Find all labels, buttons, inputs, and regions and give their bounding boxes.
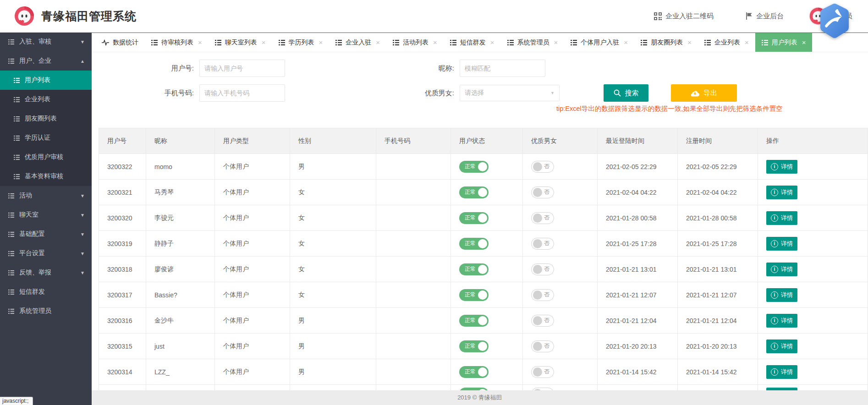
quality-toggle[interactable]: 否 bbox=[531, 289, 554, 301]
sidebar-item[interactable]: 系统管理员 bbox=[0, 301, 92, 321]
close-icon[interactable] bbox=[433, 39, 437, 46]
chevron-icon bbox=[80, 213, 85, 218]
col-actions: 操作 bbox=[758, 128, 868, 154]
detail-button[interactable]: 详情 bbox=[766, 263, 797, 276]
quality-select[interactable]: 请选择 bbox=[460, 85, 560, 101]
quality-toggle[interactable]: 否 bbox=[531, 315, 554, 327]
sidebar-item[interactable]: 基本资料审核 bbox=[0, 167, 92, 186]
tab[interactable]: 用户列表 bbox=[755, 33, 813, 52]
status-toggle[interactable]: 正常 bbox=[459, 340, 489, 352]
sidebar-item[interactable]: 反馈、举报 bbox=[0, 263, 92, 282]
app-window: 青缘福田管理系统 企业入驻二维码 企业后台 管理员 bbox=[0, 0, 868, 405]
tab[interactable]: 聊天室列表 bbox=[209, 33, 272, 52]
close-icon[interactable] bbox=[802, 39, 806, 46]
sidebar-nav: 入驻、审核 用户、企业 bbox=[0, 32, 92, 405]
cell-quality: 否 bbox=[523, 308, 598, 334]
cell-nickname: momo bbox=[146, 154, 215, 180]
sidebar-item[interactable]: 活动 bbox=[0, 186, 92, 205]
close-icon[interactable] bbox=[687, 39, 692, 46]
col-phone: 手机号码 bbox=[376, 128, 451, 154]
nickname-input[interactable] bbox=[460, 60, 545, 77]
table-row: 3200320 李骏元 个体用户 女 正常 否 bbox=[99, 205, 868, 231]
chevron-icon bbox=[80, 251, 85, 256]
quality-toggle[interactable]: 否 bbox=[531, 161, 554, 173]
close-icon[interactable] bbox=[319, 39, 323, 46]
detail-button[interactable]: 详情 bbox=[766, 314, 797, 328]
quality-toggle[interactable]: 否 bbox=[531, 212, 554, 224]
sidebar-item[interactable]: 企业列表 bbox=[0, 90, 92, 109]
sidebar-item-label: 企业列表 bbox=[25, 95, 50, 104]
tab[interactable]: 活动列表 bbox=[386, 33, 444, 52]
quality-toggle-label: 否 bbox=[544, 342, 549, 350]
quality-toggle[interactable]: 否 bbox=[531, 263, 554, 275]
tab[interactable]: 企业列表 bbox=[698, 33, 755, 52]
tab[interactable]: 企业入驻 bbox=[329, 33, 386, 52]
close-icon[interactable] bbox=[745, 39, 749, 46]
detail-button[interactable]: 详情 bbox=[766, 339, 797, 353]
sidebar-item[interactable]: 用户列表 bbox=[0, 71, 92, 90]
cell-actions: 详情 bbox=[758, 257, 868, 282]
detail-button-label: 详情 bbox=[781, 265, 793, 274]
quality-toggle[interactable]: 否 bbox=[531, 186, 554, 198]
export-button[interactable]: 导出 bbox=[671, 84, 737, 102]
phone-input[interactable] bbox=[199, 84, 285, 102]
tab[interactable]: 待审核列表 bbox=[145, 33, 209, 52]
list-icon bbox=[335, 39, 342, 46]
close-icon[interactable] bbox=[376, 39, 380, 46]
status-toggle[interactable]: 正常 bbox=[459, 186, 489, 198]
quality-toggle-label: 否 bbox=[544, 291, 549, 299]
sidebar-item[interactable]: 入驻、审核 bbox=[0, 32, 92, 51]
tab[interactable]: 短信群发 bbox=[444, 33, 501, 52]
sidebar-item[interactable]: 基础配置 bbox=[0, 224, 92, 244]
detail-button[interactable]: 详情 bbox=[766, 160, 797, 174]
list-icon bbox=[279, 39, 285, 46]
close-icon[interactable] bbox=[198, 39, 202, 46]
quality-toggle[interactable]: 否 bbox=[531, 340, 554, 352]
sidebar-item[interactable]: 朋友圈列表 bbox=[0, 109, 92, 128]
sidebar-item[interactable]: 聊天室 bbox=[0, 205, 92, 224]
bird-badge-icon[interactable] bbox=[819, 3, 850, 41]
close-icon[interactable] bbox=[490, 39, 494, 46]
company-backend-link[interactable]: 企业后台 bbox=[746, 12, 784, 21]
status-toggle[interactable]: 正常 bbox=[459, 238, 489, 250]
quality-toggle[interactable]: 否 bbox=[531, 366, 554, 378]
status-toggle[interactable]: 正常 bbox=[459, 315, 489, 327]
detail-button-label: 详情 bbox=[781, 240, 793, 248]
info-icon bbox=[771, 343, 778, 350]
tab[interactable]: 个体用户入驻 bbox=[564, 33, 634, 52]
cell-gender: 男 bbox=[290, 308, 376, 334]
detail-button[interactable]: 详情 bbox=[766, 186, 797, 199]
info-icon bbox=[771, 266, 778, 273]
detail-button[interactable]: 详情 bbox=[766, 288, 797, 302]
sidebar-item[interactable]: 学历认证 bbox=[0, 128, 92, 148]
status-toggle[interactable]: 正常 bbox=[459, 263, 489, 275]
status-toggle[interactable]: 正常 bbox=[459, 366, 489, 378]
cell-actions: 详情 bbox=[758, 308, 868, 334]
company-qrcode-link[interactable]: 企业入驻二维码 bbox=[654, 12, 714, 21]
sidebar-item[interactable]: 短信群发 bbox=[0, 282, 92, 301]
detail-button[interactable]: 详情 bbox=[766, 237, 797, 251]
status-toggle[interactable]: 正常 bbox=[459, 289, 489, 301]
list-icon bbox=[393, 39, 399, 46]
status-toggle[interactable]: 正常 bbox=[459, 212, 489, 224]
search-form: 用户号: 昵称: 手机号码: 优质男女: 请选择 搜索 bbox=[92, 60, 868, 114]
tab[interactable]: 学历列表 bbox=[272, 33, 330, 52]
tab[interactable]: 朋友圈列表 bbox=[634, 33, 698, 52]
status-toggle[interactable]: 正常 bbox=[459, 161, 489, 173]
close-icon[interactable] bbox=[624, 39, 628, 46]
tab[interactable]: 系统管理员 bbox=[501, 33, 565, 52]
close-icon[interactable] bbox=[262, 39, 266, 46]
cell-phone bbox=[376, 231, 451, 257]
sidebar-item[interactable]: 平台设置 bbox=[0, 244, 92, 263]
user-id-input[interactable] bbox=[199, 60, 285, 77]
close-icon[interactable] bbox=[554, 39, 558, 46]
detail-button[interactable]: 详情 bbox=[766, 211, 797, 225]
sidebar-item[interactable]: 用户、企业 bbox=[0, 51, 92, 71]
sidebar-item[interactable]: 优质用户审核 bbox=[0, 148, 92, 167]
cell-actions: 详情 bbox=[758, 359, 868, 385]
tab-label: 企业入驻 bbox=[346, 38, 371, 47]
quality-toggle[interactable]: 否 bbox=[531, 238, 554, 250]
search-button[interactable]: 搜索 bbox=[604, 84, 648, 102]
detail-button[interactable]: 详情 bbox=[766, 365, 797, 379]
tab[interactable]: 数据统计 bbox=[95, 33, 145, 52]
